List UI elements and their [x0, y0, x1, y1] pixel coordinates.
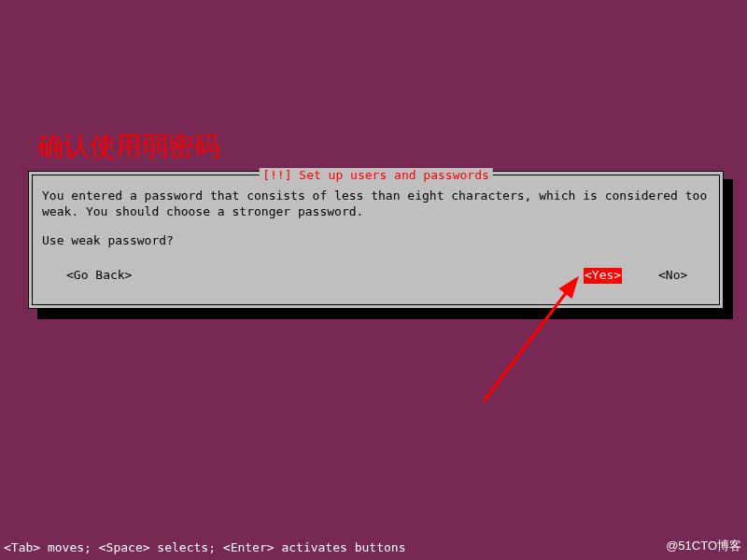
footer-hint: <Tab> moves; <Space> selects; <Enter> ac…: [4, 540, 405, 554]
no-button[interactable]: <No>: [658, 268, 687, 284]
dialog-content: You entered a password that consists of …: [33, 175, 719, 277]
dialog-question: Use weak password?: [42, 233, 710, 249]
dialog-message: You entered a password that consists of …: [42, 189, 710, 220]
yes-button[interactable]: <Yes>: [584, 268, 622, 284]
annotation-text: 确认使用弱密码: [37, 129, 220, 164]
watermark: @51CTO博客: [666, 538, 741, 554]
dialog-border: [!!] Set up users and passwords You ente…: [32, 175, 720, 305]
go-back-button[interactable]: <Go Back>: [66, 268, 132, 284]
weak-password-dialog: [!!] Set up users and passwords You ente…: [28, 171, 724, 309]
dialog-title: [!!] Set up users and passwords: [259, 168, 493, 182]
